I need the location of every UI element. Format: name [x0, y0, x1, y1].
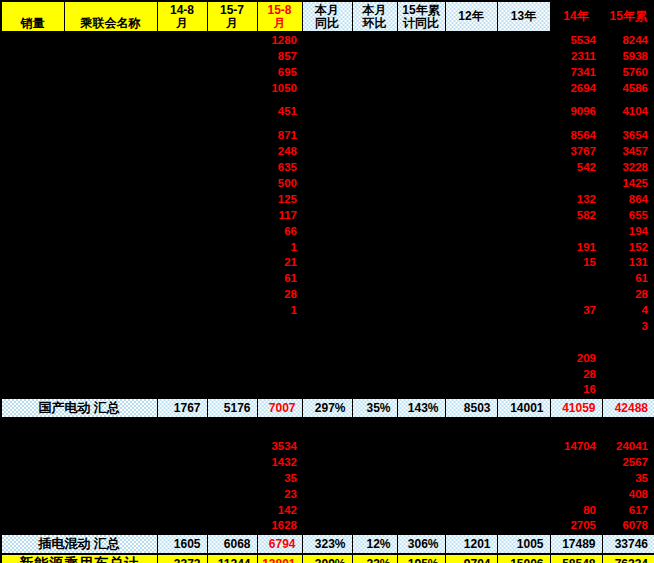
hidden-cell — [157, 334, 207, 350]
hidden-cell — [445, 175, 497, 191]
hidden-cell — [302, 350, 352, 366]
table-header-row: 销量 乘联会名称 14-8 月 15-7 月 15-8 月 本月 同比 本月 环… — [1, 1, 654, 32]
hidden-cell — [497, 191, 550, 207]
hidden-cell — [397, 270, 445, 286]
data-row: 3 — [1, 318, 654, 334]
year-2015-cum-value: 4 — [602, 302, 654, 318]
year-2015-cum-value — [602, 350, 654, 366]
hidden-name-cell — [64, 159, 157, 175]
summary-value: 35% — [352, 398, 397, 418]
hidden-name-cell — [64, 32, 157, 48]
total-value: 309% — [302, 554, 352, 563]
year-2014-value: 2694 — [550, 80, 602, 96]
summary-value: 17489 — [550, 534, 602, 554]
total-value: 58548 — [550, 554, 602, 563]
phev-summary-row: 插电混动 汇总160560686794323%12%306%1201100517… — [1, 534, 654, 554]
hidden-cell — [445, 418, 497, 439]
hidden-cell — [157, 418, 207, 439]
hidden-cell — [352, 64, 397, 80]
hidden-cell — [445, 143, 497, 159]
year-2014-value: 582 — [550, 207, 602, 223]
data-row: 16 — [1, 382, 654, 398]
hidden-cell — [445, 334, 497, 350]
current-month-value — [257, 382, 302, 398]
hidden-cell — [497, 486, 550, 502]
current-month-value: 61 — [257, 270, 302, 286]
hidden-cell — [352, 143, 397, 159]
summary-value: 14001 — [497, 398, 550, 418]
summary-value: 42488 — [602, 398, 654, 418]
hidden-cell — [207, 239, 257, 255]
hidden-cell — [352, 286, 397, 302]
hidden-cell — [207, 382, 257, 398]
hidden-cell — [445, 80, 497, 96]
year-2014-value: 191 — [550, 239, 602, 255]
hidden-cell — [352, 518, 397, 534]
hidden-cell — [397, 48, 445, 64]
hidden-cell — [157, 191, 207, 207]
year-2014-value: 9096 — [550, 96, 602, 128]
hidden-cell — [445, 239, 497, 255]
hidden-cell — [397, 470, 445, 486]
hidden-cell — [207, 270, 257, 286]
hidden-cell — [397, 96, 445, 128]
year-2014-value — [550, 454, 602, 470]
hidden-cell — [445, 159, 497, 175]
data-row: 28 — [1, 366, 654, 382]
summary-value: 1605 — [157, 534, 207, 554]
year-2015-cum-value: 3 — [602, 318, 654, 334]
hidden-cell — [397, 286, 445, 302]
year-2015-cum-value: 61 — [602, 270, 654, 286]
year-2014-value: 7341 — [550, 64, 602, 80]
hidden-cell — [207, 418, 257, 439]
hidden-name-cell — [64, 175, 157, 191]
year-2015-cum-value — [602, 334, 654, 350]
current-month-value: 35 — [257, 470, 302, 486]
hidden-name-cell — [64, 270, 157, 286]
hidden-cell — [497, 470, 550, 486]
hidden-cell — [397, 350, 445, 366]
year-2014-value: 28 — [550, 366, 602, 382]
col-header-2012: 12年 — [445, 1, 497, 32]
hidden-cell — [352, 502, 397, 518]
hidden-cell — [497, 223, 550, 239]
hidden-cell — [352, 32, 397, 48]
year-2015-cum-value: 28 — [602, 286, 654, 302]
hidden-cell — [207, 302, 257, 318]
hidden-cell — [302, 502, 352, 518]
year-2015-cum-value — [602, 366, 654, 382]
hidden-cell — [497, 418, 550, 439]
current-month-value — [257, 418, 302, 439]
hidden-cell — [157, 270, 207, 286]
hidden-cell — [445, 207, 497, 223]
data-row: 国产电动128055348244 — [1, 32, 654, 48]
year-2014-value — [550, 318, 602, 334]
year-2015-cum-value: 152 — [602, 239, 654, 255]
hidden-name-cell — [64, 143, 157, 159]
hidden-cell — [352, 439, 397, 455]
hidden-cell — [497, 127, 550, 143]
hidden-cell — [497, 207, 550, 223]
total-value: 9704 — [445, 554, 497, 563]
hidden-cell — [497, 286, 550, 302]
hidden-cell — [445, 454, 497, 470]
hidden-name-cell — [64, 418, 157, 439]
hidden-cell — [207, 454, 257, 470]
hidden-cell — [302, 302, 352, 318]
hidden-cell — [207, 286, 257, 302]
current-month-value: 248 — [257, 143, 302, 159]
year-2014-value: 37 — [550, 302, 602, 318]
year-2014-value: 542 — [550, 159, 602, 175]
hidden-cell — [397, 502, 445, 518]
current-month-value — [257, 350, 302, 366]
hidden-cell — [302, 486, 352, 502]
summary-value: 1767 — [157, 398, 207, 418]
hidden-cell — [302, 318, 352, 334]
summary-value: 33746 — [602, 534, 654, 554]
current-month-value — [257, 318, 302, 334]
hidden-cell — [445, 48, 497, 64]
hidden-cell — [302, 223, 352, 239]
current-month-value: 500 — [257, 175, 302, 191]
data-row: 117582655 — [1, 207, 654, 223]
total-value: 13801 — [257, 554, 302, 563]
